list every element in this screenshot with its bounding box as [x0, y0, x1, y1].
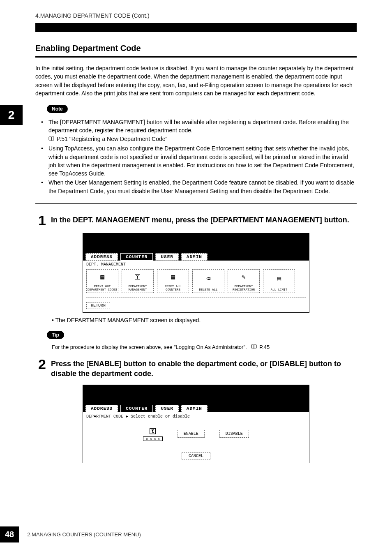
device-screenshot-2: ADDRESS COUNTER USER ADMIN DEPARTMENT CO… [83, 385, 309, 463]
cross-reference: P.51 "Registering a New Department Code" [57, 136, 168, 142]
screen-subtitle: DEPT. MANAGEMENT [86, 262, 306, 267]
intro-paragraph: In the initial setting, the department c… [35, 64, 357, 97]
title-rule [35, 56, 357, 58]
delete-all-button[interactable]: ⌫DELETE ALL [192, 269, 224, 293]
note-item: When the User Management Setting is enab… [41, 178, 357, 195]
reset-icon: ▤ [171, 271, 175, 285]
tab-address[interactable]: ADDRESS [85, 405, 118, 412]
tab-counter[interactable]: COUNTER [120, 253, 153, 261]
header-black-bar [35, 23, 357, 32]
delete-icon: ⌫ [206, 271, 210, 288]
tab-admin[interactable]: ADMIN [181, 253, 208, 261]
return-button[interactable]: RETURN [86, 302, 110, 309]
note-badge: Note [47, 105, 68, 113]
footer-label: 2.MANAGING COUNTERS (COUNTER MENU) [27, 531, 141, 538]
step-2: 2 Press the [ENABLE] button to enable th… [35, 357, 357, 379]
step-instruction: In the DEPT. MANAGEMENT menu, press the … [51, 213, 349, 225]
cancel-button[interactable]: CANCEL [182, 452, 210, 459]
chapter-tab: 2 [0, 105, 23, 125]
device-screenshot-1: ADDRESS COUNTER USER ADMIN DEPT. MANAGEM… [83, 233, 309, 313]
print-out-dept-codes-button[interactable]: ▤PRINT OUT DEPARTMENT CODES [86, 269, 118, 293]
tab-admin[interactable]: ADMIN [181, 405, 208, 412]
note-text: Using TopAccess, you can also configure … [48, 145, 354, 177]
step-1-result: The DEPARTMENT MANAGEMENT screen is disp… [35, 317, 357, 323]
book-icon [251, 344, 258, 351]
step-instruction: Press the [ENABLE] button to enable the … [51, 357, 357, 379]
note-text: The [DEPARTMENT MANAGEMENT] button will … [48, 119, 349, 134]
tab-address[interactable]: ADDRESS [85, 253, 118, 261]
tip-text: For the procedure to display the screen … [35, 344, 357, 351]
key-icon: ⚿ [134, 271, 141, 285]
screen-subtitle: DEPARTMENT CODE ▶ Select enable or disab… [86, 414, 306, 419]
step-number: 1 [35, 213, 46, 227]
printout-icon: ▤ [100, 271, 104, 285]
page-footer: 48 2.MANAGING COUNTERS (COUNTER MENU) [0, 526, 141, 542]
tab-user[interactable]: USER [155, 253, 178, 261]
key-graphic: ⚿ x x x x [143, 427, 163, 441]
note-item: Using TopAccess, you can also configure … [41, 144, 357, 178]
note-text: When the User Management Setting is enab… [48, 179, 354, 194]
separator-rule [35, 203, 357, 204]
disable-button[interactable]: DISABLE [219, 430, 249, 438]
department-management-button[interactable]: ⚿DEPARTMENT MANAGEMENT [122, 269, 154, 293]
cross-reference: P.45 [259, 344, 270, 350]
enable-button[interactable]: ENABLE [178, 430, 205, 438]
all-limit-button[interactable]: ▤ALL LIMIT [263, 269, 295, 293]
page-number: 48 [0, 526, 19, 542]
step-number: 2 [35, 357, 46, 371]
section-title: Enabling Department Code [35, 44, 357, 53]
note-list: The [DEPARTMENT MANAGEMENT] button will … [35, 118, 357, 195]
step-1: 1 In the DEPT. MANAGEMENT menu, press th… [35, 213, 357, 227]
book-icon [48, 135, 55, 143]
tab-user[interactable]: USER [155, 405, 178, 412]
note-item: The [DEPARTMENT MANAGEMENT] button will … [41, 118, 357, 143]
tab-counter[interactable]: COUNTER [120, 405, 153, 412]
reset-all-counters-button[interactable]: ▤RESET ALL COUNTERS [157, 269, 189, 293]
register-icon: ✎ [242, 271, 246, 285]
key-icon: ⚿ [149, 427, 157, 436]
tip-badge: Tip [47, 331, 64, 339]
running-header: 4.MANAGING DEPARTMENT CODE (Cont.) [35, 12, 357, 19]
limit-icon: ▤ [277, 271, 281, 288]
department-registration-button[interactable]: ✎DEPARTMENT REGISTRATION [228, 269, 260, 293]
